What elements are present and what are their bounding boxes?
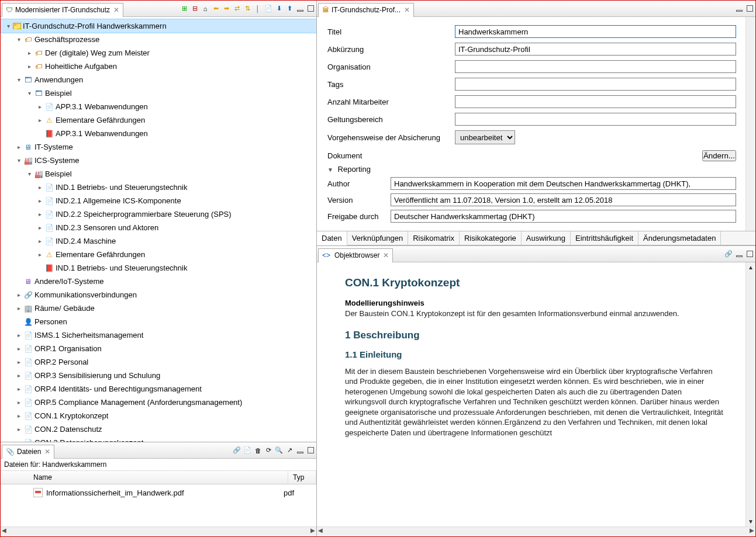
select-vorg[interactable]: unbearbeitet: [455, 130, 515, 144]
scroll-down-icon[interactable]: ▼: [748, 518, 754, 525]
change-button[interactable]: Ändern...: [702, 150, 736, 161]
tree-node[interactable]: ▸📄ORP.1 Organisation: [1, 342, 316, 355]
input-gelt[interactable]: [455, 113, 736, 126]
twisty-icon[interactable]: ▸: [15, 292, 23, 298]
close-icon[interactable]: ✕: [44, 448, 50, 456]
scroll-up-icon[interactable]: ▲: [748, 264, 754, 271]
twisty-icon[interactable]: ▾: [4, 23, 12, 29]
twisty-icon[interactable]: ▸: [36, 117, 44, 123]
minimize-icon[interactable]: [734, 4, 744, 13]
close-icon[interactable]: ✕: [404, 6, 410, 14]
input-org[interactable]: [455, 60, 736, 73]
minimize-icon[interactable]: [295, 4, 305, 13]
file-row[interactable]: Informationssicherheit_im_Handwerk.pdfpd…: [1, 484, 316, 501]
tree-node[interactable]: ▸📄CON.1 Kryptokonzept: [1, 409, 316, 422]
twisty-icon[interactable]: ▾: [15, 77, 23, 83]
twisty-icon[interactable]: ▾: [15, 36, 23, 43]
transfer-icon[interactable]: ⇄: [232, 4, 241, 13]
link-icon[interactable]: 🔗: [232, 446, 241, 455]
forward-icon[interactable]: ➡: [222, 4, 231, 13]
twisty-icon[interactable]: ▸: [36, 224, 44, 231]
obj-view-tab[interactable]: <> Objektbrowser ✕: [318, 248, 393, 262]
tree-node[interactable]: ▸⚠Elementare Gefährdungen: [1, 248, 316, 261]
input-titel[interactable]: [455, 25, 736, 38]
tree-node[interactable]: 📕APP.3.1 Webanwendungen: [1, 127, 316, 140]
tree-node[interactable]: ▾📁IT-Grundschutz-Profil Handwerkskammern: [1, 19, 316, 33]
tree-node[interactable]: ▸🏷Hoheitliche Aufgaben: [1, 60, 316, 73]
tree-node[interactable]: ▸📄ORP.3 Sensibilisierung und Schulung: [1, 369, 316, 382]
twisty-icon[interactable]: ▸: [15, 305, 23, 311]
obj-hscroll[interactable]: ◀▶: [317, 526, 755, 536]
twisty-icon[interactable]: ▸: [15, 144, 23, 150]
twisty-icon[interactable]: ▸: [36, 184, 44, 190]
reporting-header[interactable]: ▼ Reporting: [327, 165, 736, 174]
input-author[interactable]: [391, 177, 736, 190]
detail-tab[interactable]: Eintrittshäufigkeit: [571, 231, 638, 245]
detail-tab[interactable]: Auswirkung: [522, 231, 571, 245]
tree-node[interactable]: ▸📄IND.2.1 Allgemeine ICS-Komponente: [1, 194, 316, 207]
twisty-icon[interactable]: ▸: [36, 103, 44, 110]
tree-node[interactable]: ▸📄CON.3 Datensicherungskonzept: [1, 436, 316, 442]
tree-node[interactable]: ▾🏭ICS-Systeme: [1, 154, 316, 167]
twisty-icon[interactable]: ▾: [25, 90, 33, 96]
search-icon[interactable]: 🔍: [274, 446, 284, 455]
tree-node[interactable]: ▸📄ISMS.1 Sicherheitsmanagement: [1, 328, 316, 342]
tree-node[interactable]: 👤Personen: [1, 315, 316, 328]
twisty-icon[interactable]: ▸: [25, 63, 33, 70]
twisty-icon[interactable]: ▸: [36, 198, 44, 204]
input-abk[interactable]: [455, 43, 736, 56]
tree-node[interactable]: ▾🗔Anwendungen: [1, 73, 316, 86]
maximize-icon[interactable]: [745, 250, 754, 259]
refresh-icon[interactable]: ⟳: [264, 446, 273, 455]
input-tags[interactable]: [455, 78, 736, 91]
input-version[interactable]: [391, 193, 736, 206]
collapse-all-icon[interactable]: ⊟: [190, 4, 199, 13]
twisty-icon[interactable]: ▸: [15, 399, 23, 406]
tree-node[interactable]: ▾🏷Geschäftsprozesse: [1, 33, 316, 46]
maximize-icon[interactable]: [306, 446, 315, 455]
minimize-icon[interactable]: [734, 250, 744, 259]
files-col-name[interactable]: Name: [1, 471, 288, 484]
form-vscroll[interactable]: [745, 17, 755, 231]
tree-node[interactable]: ▸📄ORP.5 Compliance Management (Anforderu…: [1, 396, 316, 409]
twisty-icon[interactable]: ▸: [15, 386, 23, 392]
tree-node[interactable]: ▸🔗Kommunikationsverbindungen: [1, 288, 316, 302]
twisty-icon[interactable]: ▸: [15, 426, 23, 432]
tree-node[interactable]: ▸📄APP.3.1 Webanwendungen: [1, 100, 316, 113]
detail-tab[interactable]: Risikomatrix: [408, 231, 460, 245]
tree-node[interactable]: ▸📄ORP.2 Personal: [1, 355, 316, 369]
home-icon[interactable]: ⌂: [201, 4, 210, 13]
twisty-icon[interactable]: ▸: [36, 238, 44, 244]
twisty-icon[interactable]: ▾: [25, 171, 33, 177]
tree-node[interactable]: 📕IND.1 Betriebs- und Steuerungstechnik: [1, 261, 316, 275]
twisty-icon[interactable]: ▸: [15, 332, 23, 338]
twisty-icon[interactable]: ▸: [36, 211, 44, 217]
tree-node[interactable]: ▸📄IND.2.4 Maschine: [1, 234, 316, 248]
detail-tab[interactable]: Verknüpfungen: [347, 231, 408, 245]
link-icon[interactable]: 🔗: [724, 250, 733, 259]
maximize-icon[interactable]: [745, 4, 754, 13]
twisty-icon[interactable]: ▸: [15, 413, 23, 419]
tree-node[interactable]: ▸🏢Räume/ Gebäude: [1, 302, 316, 315]
input-freigabe[interactable]: [391, 210, 736, 223]
close-icon[interactable]: ✕: [383, 251, 389, 259]
import-icon[interactable]: ⬇: [274, 4, 284, 13]
delete-icon[interactable]: 🗑: [253, 446, 263, 455]
tree-view-tab[interactable]: 🛡 Modernisierter IT-Grundschutz ✕: [2, 3, 123, 17]
input-anzahl[interactable]: [455, 95, 736, 108]
twisty-icon[interactable]: ▸: [15, 345, 23, 352]
tree-node[interactable]: ▸📄IND.2.3 Sensoren und Aktoren: [1, 221, 316, 234]
files-col-type[interactable]: Typ: [288, 471, 316, 484]
tree-node[interactable]: ▸🏷Der (digitale) Weg zum Meister: [1, 46, 316, 60]
twisty-icon[interactable]: ▸: [15, 439, 23, 442]
detail-tab[interactable]: Änderungsmetadaten: [638, 231, 721, 245]
maximize-icon[interactable]: [306, 4, 315, 13]
obj-vscroll[interactable]: ▲ ▼: [745, 262, 755, 526]
detail-tab[interactable]: Risikokategorie: [460, 231, 522, 245]
new-icon[interactable]: 📄: [264, 4, 273, 13]
add-file-icon[interactable]: 📄: [243, 446, 252, 455]
left-hscroll[interactable]: ◀▶: [1, 526, 316, 536]
tree[interactable]: ▾📁IT-Grundschutz-Profil Handwerkskammern…: [1, 17, 316, 442]
tree-node[interactable]: ▸📄CON.2 Datenschutz: [1, 422, 316, 436]
close-icon[interactable]: ✕: [113, 6, 119, 14]
